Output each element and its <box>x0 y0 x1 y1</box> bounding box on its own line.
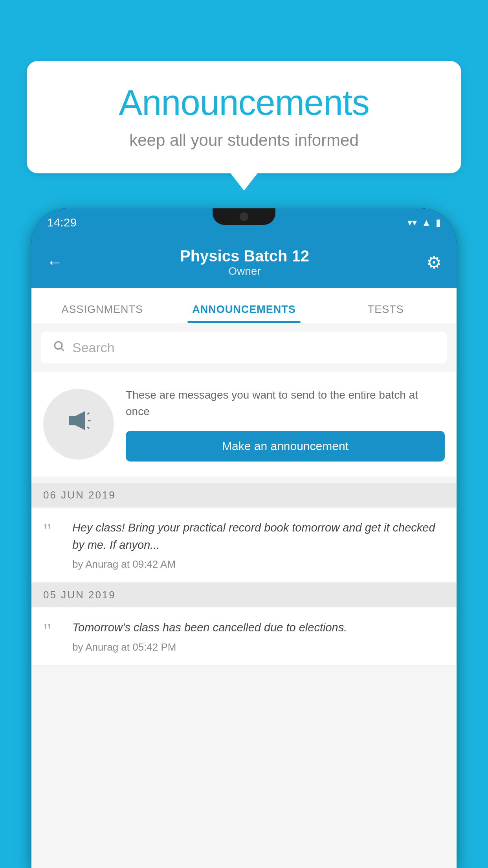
announcement-card: These are messages you want to send to t… <box>31 372 457 476</box>
header-center: Physics Batch 12 Owner <box>180 247 309 278</box>
svg-point-0 <box>55 342 62 349</box>
app-header: ← Physics Batch 12 Owner ⚙ <box>31 237 457 288</box>
phone-frame: 14:29 ▾▾ ▲ ▮ ← Physics Batch 12 Owner ⚙ … <box>31 208 457 868</box>
battery-icon: ▮ <box>436 217 441 228</box>
phone-notch <box>213 208 275 225</box>
tabs-bar: ASSIGNMENTS ANNOUNCEMENTS TESTS <box>31 288 457 323</box>
search-bar[interactable]: Search <box>41 332 447 363</box>
search-icon <box>53 339 65 356</box>
notch-camera <box>240 212 248 221</box>
megaphone-icon <box>63 405 94 444</box>
message-item-2[interactable]: " Tomorrow's class has been cancelled du… <box>31 607 457 666</box>
search-placeholder: Search <box>72 340 115 355</box>
date-separator-1: 06 JUN 2019 <box>31 483 457 508</box>
svg-line-1 <box>61 348 64 351</box>
gear-icon[interactable]: ⚙ <box>426 252 442 272</box>
date-separator-2: 05 JUN 2019 <box>31 583 457 607</box>
tab-announcements[interactable]: ANNOUNCEMENTS <box>173 303 315 323</box>
message-content-2: Tomorrow's class has been cancelled due … <box>72 619 445 653</box>
message-author-1: by Anurag at 09:42 AM <box>72 558 445 570</box>
message-text-1: Hey class! Bring your practical record b… <box>72 519 445 554</box>
megaphone-circle <box>43 389 114 460</box>
speech-bubble-tail <box>230 173 258 191</box>
wifi-icon: ▾▾ <box>407 217 417 228</box>
message-item-1[interactable]: " Hey class! Bring your practical record… <box>31 508 457 583</box>
signal-icon: ▲ <box>422 217 431 228</box>
announcement-right: These are messages you want to send to t… <box>126 387 445 462</box>
announcement-description: These are messages you want to send to t… <box>126 387 445 420</box>
tab-tests[interactable]: TESTS <box>315 303 457 323</box>
message-text-2: Tomorrow's class has been cancelled due … <box>72 619 445 636</box>
speech-bubble-section: Announcements keep all your students inf… <box>27 61 461 191</box>
header-title: Physics Batch 12 <box>180 247 309 265</box>
message-content-1: Hey class! Bring your practical record b… <box>72 519 445 570</box>
tab-assignments[interactable]: ASSIGNMENTS <box>31 303 173 323</box>
bubble-title: Announcements <box>54 83 434 123</box>
message-author-2: by Anurag at 05:42 PM <box>72 641 445 653</box>
speech-bubble: Announcements keep all your students inf… <box>27 61 461 173</box>
make-announcement-button[interactable]: Make an announcement <box>126 431 445 462</box>
svg-line-6 <box>87 427 89 428</box>
back-button[interactable]: ← <box>46 253 63 272</box>
quote-icon-2: " <box>43 621 63 641</box>
header-subtitle: Owner <box>180 265 309 278</box>
svg-rect-3 <box>69 417 72 424</box>
quote-icon-1: " <box>43 521 63 541</box>
svg-line-4 <box>87 413 89 414</box>
status-icons: ▾▾ ▲ ▮ <box>407 217 441 228</box>
content-area: Search These are messages you want to se… <box>31 323 457 868</box>
bubble-subtitle: keep all your students informed <box>54 131 434 150</box>
